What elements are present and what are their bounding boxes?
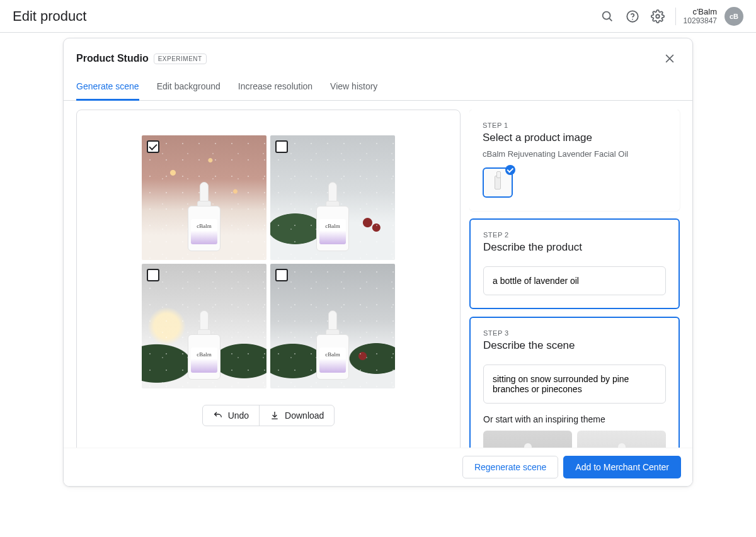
app-header: Edit product c'Balm 10293847 cB xyxy=(0,0,756,33)
svg-point-3 xyxy=(632,18,633,20)
tab-generate-scene[interactable]: Generate scene xyxy=(76,75,139,101)
result-canvas: cBalm cBalm cBalm cBalm xyxy=(76,110,461,457)
undo-label: Undo xyxy=(228,410,249,421)
step3-eyebrow: STEP 3 xyxy=(483,329,666,337)
step3-title: Describe the scene xyxy=(483,339,666,352)
select-checkbox[interactable] xyxy=(147,140,159,153)
svg-point-0 xyxy=(602,11,610,19)
step2-title: Describe the product xyxy=(483,241,666,254)
generated-image-3[interactable]: cBalm xyxy=(142,264,266,388)
product-description-input[interactable] xyxy=(483,266,666,295)
account-name: c'Balm xyxy=(684,7,717,17)
close-icon[interactable] xyxy=(660,48,680,69)
step1-eyebrow: STEP 1 xyxy=(483,122,667,129)
step1-card: STEP 1 Select a product image cBalm Reju… xyxy=(469,110,680,211)
tab-edit-background[interactable]: Edit background xyxy=(157,75,220,100)
panel-footer: Regenerate scene Add to Merchant Center xyxy=(64,448,692,486)
download-button[interactable]: Download xyxy=(259,405,334,426)
check-icon xyxy=(505,165,515,175)
undo-icon xyxy=(213,410,223,421)
page-title: Edit product xyxy=(13,8,595,25)
generated-image-2[interactable]: cBalm xyxy=(270,135,395,260)
product-bottle: cBalm xyxy=(188,182,220,251)
select-checkbox[interactable] xyxy=(147,269,159,281)
step2-eyebrow: STEP 2 xyxy=(483,231,666,239)
step1-product-name: cBalm Rejuvenating Lavender Facial Oil xyxy=(483,149,667,159)
tab-increase-resolution[interactable]: Increase resolution xyxy=(238,75,312,100)
scene-description-input[interactable] xyxy=(483,365,666,404)
panel-title: Product Studio xyxy=(76,53,149,64)
step1-title: Select a product image xyxy=(483,132,667,144)
product-bottle: cBalm xyxy=(316,310,349,380)
select-checkbox[interactable] xyxy=(275,140,288,153)
account-id: 10293847 xyxy=(684,16,717,25)
product-bottle: cBalm xyxy=(316,182,349,251)
add-to-merchant-center-button[interactable]: Add to Merchant Center xyxy=(563,456,681,478)
account-info[interactable]: c'Balm 10293847 xyxy=(684,7,717,26)
theme-hint: Or start with an inspiring theme xyxy=(483,414,666,424)
settings-icon[interactable] xyxy=(645,4,670,29)
divider xyxy=(675,8,676,25)
product-thumbnail[interactable] xyxy=(483,167,513,198)
product-bottle: cBalm xyxy=(188,310,220,380)
undo-button[interactable]: Undo xyxy=(203,405,259,426)
avatar[interactable]: cB xyxy=(724,7,743,26)
download-label: Download xyxy=(285,410,324,421)
product-studio-panel: Product Studio EXPERIMENT Generate scene… xyxy=(63,38,693,487)
help-icon[interactable] xyxy=(620,4,645,29)
select-checkbox[interactable] xyxy=(275,269,288,281)
search-icon[interactable] xyxy=(595,4,620,29)
experiment-badge: EXPERIMENT xyxy=(154,54,207,64)
tab-view-history[interactable]: View history xyxy=(330,75,377,100)
step2-card: STEP 2 Describe the product xyxy=(469,218,680,309)
generated-image-4[interactable]: cBalm xyxy=(270,264,395,388)
svg-line-1 xyxy=(609,18,612,20)
regenerate-scene-button[interactable]: Regenerate scene xyxy=(462,456,558,478)
generated-image-1[interactable]: cBalm xyxy=(142,135,266,260)
tab-bar: Generate scene Edit background Increase … xyxy=(64,75,692,101)
svg-point-4 xyxy=(656,14,660,18)
download-icon xyxy=(270,410,280,421)
